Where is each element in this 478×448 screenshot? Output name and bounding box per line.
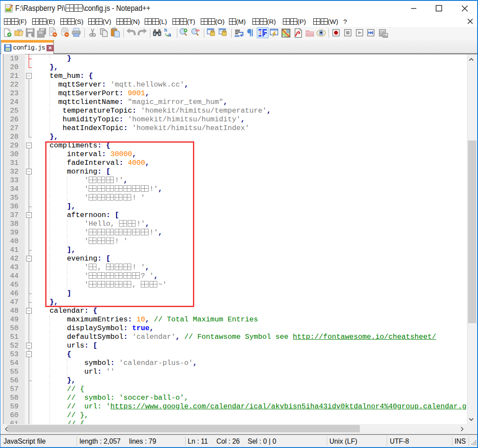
svg-text:a: a [168,32,171,37]
svg-text:uc: uc [384,34,386,36]
svg-text:h: h [164,27,167,33]
